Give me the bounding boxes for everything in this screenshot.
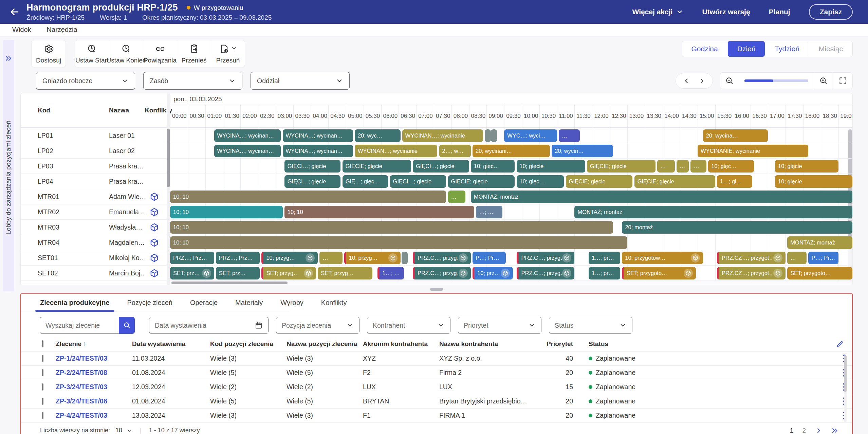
view-toggle-godzina[interactable]: Godzina <box>682 41 727 57</box>
conflict-package-icon[interactable] <box>150 253 159 263</box>
back-arrow-icon[interactable] <box>7 4 22 20</box>
gantt-bar[interactable]: MONTAŻ; montaż <box>471 191 852 203</box>
gantt-bar[interactable]: 10; 10 <box>170 191 446 203</box>
filter-select-gniazdo-robocze[interactable]: Gniazdo robocze <box>36 72 135 90</box>
search-button[interactable] <box>119 317 135 334</box>
rows-per-page-select[interactable]: 10 <box>115 427 132 434</box>
gantt-bar[interactable]: 10; 10 <box>170 206 283 218</box>
tab-materiały[interactable]: Materiały <box>235 299 263 311</box>
gantt-bar[interactable]: 10; gięcie <box>775 160 838 173</box>
gantt-bar[interactable]: GIĘCI…; gięcie <box>284 175 341 188</box>
gantt-bar[interactable]: SET; przyg… <box>261 267 316 279</box>
tab-zlecenia-produkcyjne[interactable]: Zlecenia produkcyjne <box>40 299 110 311</box>
next-page-button[interactable] <box>815 427 822 434</box>
gantt-bar[interactable]: GIĘCIE; gięcie <box>587 160 655 173</box>
gantt-bar[interactable]: P…; Pr… <box>808 252 838 264</box>
gantt-bar[interactable]: GIĘ…; gięc… <box>343 175 388 188</box>
view-toggle-dzień[interactable]: Dzień <box>727 41 765 57</box>
gantt-bar[interactable]: MONTAŻ; montaż <box>574 206 852 218</box>
create-version-button[interactable]: Utwórz wersję <box>702 8 750 16</box>
scroll-left-button[interactable] <box>679 74 694 88</box>
expand-double-chevron-icon[interactable] <box>4 54 13 64</box>
zoom-slider[interactable] <box>744 79 808 82</box>
scrollbar-thumb[interactable] <box>171 282 288 284</box>
fullscreen-button[interactable] <box>833 73 852 89</box>
filter-select-pozycja-zlecenia[interactable]: Pozycja zlecenia <box>276 317 359 334</box>
tab-konflikty[interactable]: Konflikty <box>321 299 347 311</box>
gantt-bar[interactable]: … <box>559 129 580 142</box>
filter-select-zasób[interactable]: Zasób <box>143 72 242 90</box>
gantt-bar[interactable]: GIĘCI…; gięcie <box>413 160 469 173</box>
gantt-bar[interactable]: 1…; gi… <box>717 175 752 188</box>
row-checkbox[interactable] <box>42 369 43 376</box>
gantt-bar[interactable]: 10; gięc… <box>471 160 515 173</box>
more-actions-button[interactable]: Więcej akcji <box>632 8 684 16</box>
gantt-bar[interactable]: GIĘCIE; gięcie <box>343 160 411 173</box>
order-link[interactable]: ZP-4/24/TEST/03 <box>56 412 132 419</box>
gantt-bar[interactable]: 10; gięcie <box>775 175 852 188</box>
gantt-bar[interactable]: … <box>657 160 675 173</box>
filter-select-kontrahent[interactable]: Kontrahent <box>367 317 450 334</box>
gantt-bar[interactable]: GIĘCI…; gięcie <box>284 160 341 173</box>
gantt-bar[interactable] <box>402 252 408 264</box>
gantt-bar[interactable] <box>491 129 497 142</box>
search-input[interactable] <box>40 317 119 334</box>
gantt-bar[interactable]: 10; 10 <box>170 221 613 234</box>
conflict-package-icon[interactable] <box>150 223 159 232</box>
last-page-button[interactable] <box>831 427 838 434</box>
page-1[interactable]: 1 <box>790 427 794 434</box>
gantt-bar[interactable]: 10; prz… <box>473 267 513 279</box>
gantt-bar[interactable]: SET; przyg… <box>318 267 372 279</box>
select-all-checkbox[interactable] <box>42 340 43 347</box>
conflict-package-icon[interactable] <box>150 192 159 201</box>
gantt-bar[interactable]: PRZ.C…; przyg… <box>517 252 575 264</box>
gantt-bar[interactable]: SET; prz… <box>216 267 260 279</box>
scroll-right-button[interactable] <box>694 74 709 88</box>
col-header-data[interactable]: Data wystawienia <box>132 340 210 348</box>
filter-select-priorytet[interactable]: Priorytet <box>458 317 541 334</box>
tab-wyroby[interactable]: Wyroby <box>280 299 303 311</box>
scrollbar-thumb[interactable] <box>167 129 170 187</box>
order-link[interactable]: ZP-2/24/TEST/08 <box>56 369 132 377</box>
gantt-bar[interactable]: PRZ.CZ…; przygot… <box>717 267 786 279</box>
gantt-bar[interactable]: WYC…; wyci… <box>504 129 557 142</box>
gantt-bar[interactable]: PRZ…; Prz… <box>170 252 214 264</box>
gantt-bar[interactable]: PRZ…; Prz… <box>216 252 260 264</box>
panel-resize-handle[interactable] <box>430 288 443 291</box>
gantt-bar[interactable]: GIĘCIE; gięcie <box>634 175 715 188</box>
order-link[interactable]: ZP-3/24/TEST/08 <box>56 397 132 405</box>
zoom-in-button[interactable] <box>814 73 833 89</box>
gantt-bar[interactable]: 10; gięc… <box>517 175 564 188</box>
gantt-bar[interactable]: 10; gięcie <box>517 160 585 173</box>
gantt-bar[interactable]: 10; 10 <box>170 236 627 249</box>
gantt-bar[interactable]: PRZ.C…; przyg… <box>413 267 471 279</box>
col-header-nazwa-kontrahenta[interactable]: Nazwa kontrahenta <box>439 340 544 348</box>
gantt-bar[interactable]: 10; 10 <box>284 206 474 218</box>
row-checkbox[interactable] <box>42 412 43 419</box>
gantt-bar[interactable]: 1…; pr… <box>589 252 620 264</box>
gantt-bar[interactable]: … <box>677 160 689 173</box>
view-toggle-tydzień[interactable]: Tydzień <box>765 41 809 57</box>
gantt-bar[interactable]: 2…; w… <box>439 145 471 157</box>
toolbar-button-ustaw-koniec[interactable]: Ustaw Koniec <box>109 40 143 67</box>
page-2[interactable]: 2 <box>802 427 806 434</box>
gantt-bar[interactable]: 10; przyg… <box>261 252 318 264</box>
order-link[interactable]: ZP-3/24/TEST/03 <box>56 383 132 391</box>
gantt-bar[interactable]: WYCINA…; wycinan… <box>283 129 353 142</box>
filter-select-status[interactable]: Status <box>549 317 632 334</box>
gantt-bar[interactable]: … <box>690 160 706 173</box>
menu-item-narzedzia[interactable]: Narzędzia <box>47 26 77 34</box>
gantt-bar[interactable]: 10; przyg… <box>344 252 401 264</box>
gantt-bar[interactable]: SET; przygoto… <box>622 267 696 279</box>
gantt-bar[interactable]: GIĘCIE; gięcie <box>566 175 633 188</box>
gantt-bar[interactable]: 10; gięc… <box>708 160 754 173</box>
gantt-bar[interactable]: GIĘCI…; gięcie <box>390 175 446 188</box>
zoom-out-button[interactable] <box>720 73 739 89</box>
gantt-bar[interactable]: WYCINANIE; wycinanie <box>698 145 808 157</box>
order-link[interactable]: ZP-1/24/TEST/03 <box>56 355 132 362</box>
gantt-bar[interactable]: 20; montaż <box>622 221 852 234</box>
col-header-zlecenie[interactable]: Zlecenie ↑ <box>56 340 132 348</box>
gantt-bar[interactable]: … <box>319 252 342 264</box>
gantt-bar[interactable]: GIĘCIE; gięcie <box>448 175 515 188</box>
save-button[interactable]: Zapisz <box>809 4 853 20</box>
